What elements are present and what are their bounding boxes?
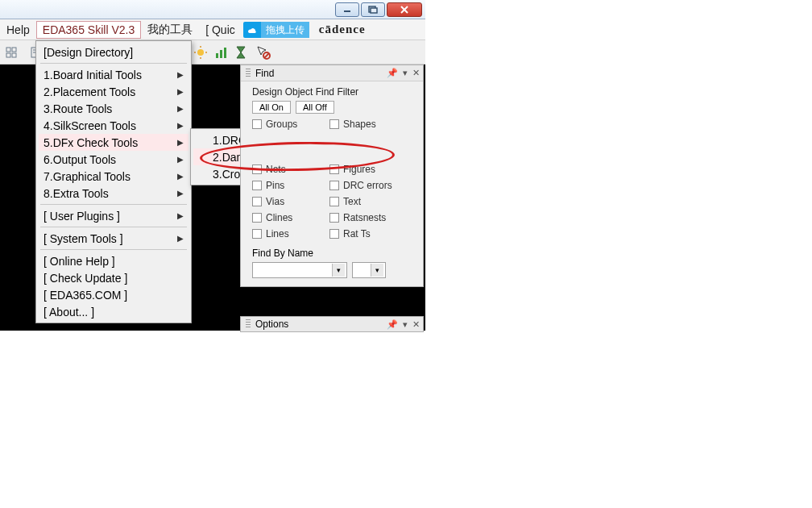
- eda365-menu: [Design Directory] 1.Board Initial Tools…: [35, 40, 192, 323]
- find-title: Find: [255, 68, 274, 79]
- submenu-arrow-icon: ▶: [177, 234, 184, 243]
- find-name-combo[interactable]: ▾: [252, 262, 347, 278]
- dropdown-icon[interactable]: ▾: [403, 68, 408, 78]
- close-panel-icon[interactable]: ✕: [412, 319, 420, 330]
- menu-route[interactable]: 3.Route Tools▶: [39, 100, 188, 117]
- svg-rect-17: [216, 53, 218, 58]
- find-type-combo[interactable]: ▾: [352, 262, 386, 278]
- svg-rect-8: [12, 53, 16, 57]
- cloud-upload-button[interactable]: 拖拽上传: [243, 22, 309, 38]
- brand-logo: cādence: [319, 23, 366, 36]
- svg-rect-6: [12, 48, 16, 52]
- chk-vias[interactable]: Vias: [252, 196, 326, 207]
- find-by-name-label: Find By Name: [252, 248, 415, 259]
- svg-rect-18: [220, 50, 222, 58]
- submenu-arrow-icon: ▶: [177, 104, 184, 113]
- menu-graphical[interactable]: 7.Graphical Tools▶: [39, 168, 188, 185]
- menu-board-initial[interactable]: 1.Board Initial Tools▶: [39, 66, 188, 83]
- chk-shapes[interactable]: Shapes: [329, 119, 404, 130]
- menu-extra[interactable]: 8.Extra Tools▶: [39, 185, 188, 202]
- hourglass-icon[interactable]: [235, 45, 250, 60]
- menubar: Help EDA365 Skill V2.3 我的工具 [ Quic 拖拽上传 …: [0, 19, 425, 40]
- chk-lines[interactable]: Lines: [252, 228, 326, 239]
- maximize-button[interactable]: [361, 2, 385, 17]
- chk-pins[interactable]: Pins: [252, 180, 326, 191]
- dropdown-icon[interactable]: ▾: [403, 319, 408, 330]
- sun-icon[interactable]: [193, 45, 208, 60]
- grid-icon[interactable]: [5, 44, 21, 60]
- svg-point-12: [197, 49, 204, 56]
- submenu-arrow-icon: ▶: [177, 211, 184, 220]
- pin-icon[interactable]: 📌: [387, 68, 398, 78]
- submenu-arrow-icon: ▶: [177, 172, 184, 181]
- svg-rect-7: [6, 53, 10, 57]
- cursor-stop-icon[interactable]: [256, 45, 271, 60]
- find-panel-header[interactable]: Find 📌 ▾ ✕: [241, 65, 423, 81]
- chk-clines[interactable]: Clines: [252, 212, 326, 223]
- submenu-arrow-icon: ▶: [177, 70, 184, 79]
- menu-placement[interactable]: 2.Placement Tools▶: [39, 83, 188, 100]
- menu-dfx-check[interactable]: 5.DFx Check Tools▶: [39, 134, 188, 151]
- options-panel-header[interactable]: Options 📌 ▾ ✕: [240, 316, 424, 332]
- menu-online-help[interactable]: [ Online Help ]: [39, 252, 188, 269]
- chk-groups[interactable]: Groups: [252, 119, 326, 130]
- chk-drc-errors[interactable]: DRC errors: [329, 180, 404, 191]
- chk-ratsnests[interactable]: Ratsnests: [329, 212, 404, 223]
- menu-design-directory[interactable]: [Design Directory]: [39, 44, 188, 60]
- all-off-button[interactable]: All Off: [296, 101, 334, 114]
- menu-eda365-com[interactable]: [ EDA365.COM ]: [39, 286, 188, 303]
- svg-rect-19: [224, 48, 226, 58]
- menu-user-plugins[interactable]: [ User Plugins ]▶: [39, 207, 188, 224]
- submenu-arrow-icon: ▶: [177, 189, 184, 198]
- find-group-label: Design Object Find Filter: [252, 86, 415, 98]
- menu-about[interactable]: [ About... ]: [39, 303, 188, 320]
- grip-icon: [246, 319, 251, 329]
- chk-rat-ts[interactable]: Rat Ts: [329, 228, 404, 239]
- submenu-arrow-icon: ▶: [177, 155, 184, 164]
- close-panel-icon[interactable]: ✕: [412, 68, 420, 78]
- svg-rect-5: [6, 48, 10, 52]
- find-panel: Find 📌 ▾ ✕ Design Object Find Filter All…: [240, 65, 424, 287]
- menu-mytools[interactable]: 我的工具: [141, 20, 199, 40]
- menu-output[interactable]: 6.Output Tools▶: [39, 151, 188, 168]
- chk-figures[interactable]: Figures: [329, 164, 404, 175]
- svg-line-21: [264, 53, 269, 58]
- dropdown-arrow-icon: ▾: [332, 264, 345, 277]
- menu-quick[interactable]: [ Quic: [199, 21, 242, 39]
- submenu-arrow-icon: ▶: [177, 87, 184, 96]
- minimize-button[interactable]: [335, 2, 359, 17]
- pin-icon[interactable]: 📌: [387, 319, 398, 330]
- all-on-button[interactable]: All On: [252, 101, 291, 114]
- chk-nets[interactable]: Nets: [252, 164, 326, 175]
- menu-system-tools[interactable]: [ System Tools ]▶: [39, 230, 188, 247]
- submenu-arrow-icon: ▶: [177, 138, 184, 147]
- options-title: Options: [255, 319, 288, 330]
- dropdown-arrow-icon: ▾: [371, 264, 383, 277]
- close-button[interactable]: [387, 2, 422, 17]
- grip-icon: [246, 69, 251, 78]
- cloud-upload-label: 拖拽上传: [261, 22, 309, 38]
- menu-help[interactable]: Help: [0, 21, 36, 39]
- cloud-icon: [243, 24, 261, 35]
- menu-eda365[interactable]: EDA365 Skill V2.3: [36, 21, 141, 39]
- menu-silkscreen[interactable]: 4.SilkScreen Tools▶: [39, 117, 188, 134]
- menu-check-update[interactable]: [ Check Update ]: [39, 269, 188, 286]
- svg-rect-2: [371, 8, 377, 13]
- bars-icon[interactable]: [214, 45, 229, 60]
- chk-text[interactable]: Text: [329, 196, 404, 207]
- submenu-arrow-icon: ▶: [177, 121, 184, 130]
